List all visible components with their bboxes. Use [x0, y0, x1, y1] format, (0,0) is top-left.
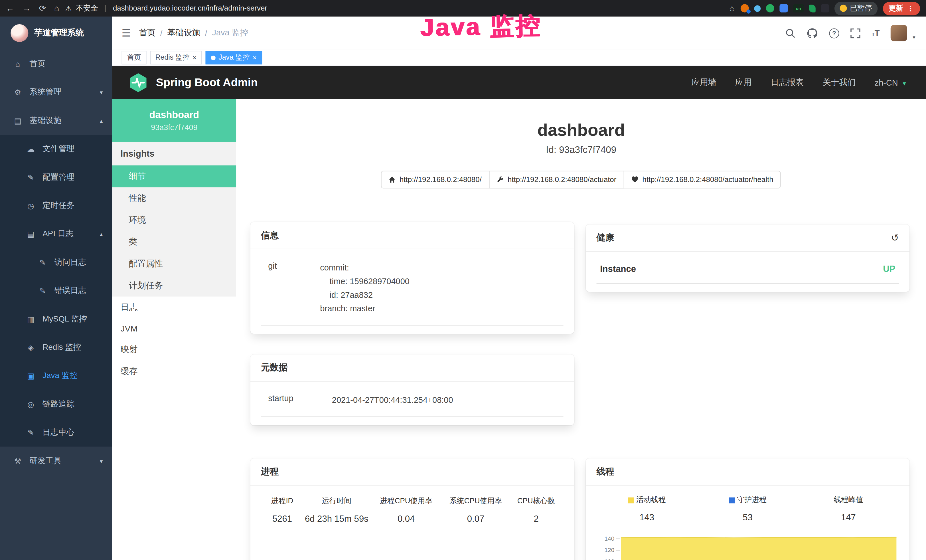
- hamburger-icon[interactable]: ☰: [112, 27, 139, 39]
- logo-avatar: [11, 24, 28, 42]
- app-logo[interactable]: 芋道管理系统: [0, 17, 112, 50]
- app-sidebar: 芋道管理系统 ⌂ 首页 ⚙ 系统管理 ▾ ▤ 基础设施 ▴ ☁ 文件管理 ✎ 配…: [0, 17, 112, 560]
- breadcrumb-home[interactable]: 首页: [139, 28, 156, 38]
- link-health-url[interactable]: http://192.168.0.2:48080/actuator/health: [623, 171, 781, 188]
- legend-swatch-yellow: [628, 497, 634, 503]
- process-col-pid: 进程ID 5261: [261, 496, 303, 523]
- url-text[interactable]: dashboard.yudao.iocoder.cn/infra/admin-s…: [113, 4, 267, 12]
- sidebar-item-redis[interactable]: ◈ Redis 监控: [0, 333, 112, 362]
- avatar-caret-icon[interactable]: ▾: [912, 34, 915, 40]
- sidebar-item-dev-tools[interactable]: ⚒ 研发工具 ▾: [0, 447, 112, 475]
- back-icon[interactable]: ←: [6, 3, 14, 13]
- cell-value: 5261: [261, 513, 303, 524]
- process-col-syscpu: 系统CPU使用率 0.07: [442, 496, 509, 523]
- legend-swatch-blue: [729, 497, 735, 503]
- extension-on-badge[interactable]: on: [793, 4, 803, 12]
- address-bar[interactable]: ⚠ 不安全 | dashboard.yudao.iocoder.cn/infra…: [65, 3, 267, 13]
- sidebar-item-java[interactable]: ▣ Java 监控: [0, 362, 112, 390]
- tab-home[interactable]: 首页: [122, 51, 147, 65]
- sidebar-item-config[interactable]: ✎ 配置管理: [0, 163, 112, 191]
- extension-icon-1[interactable]: [741, 4, 749, 12]
- sba-item-scheduled[interactable]: 计划任务: [112, 275, 236, 297]
- legend-value: 53: [697, 512, 798, 522]
- link-label: http://192.168.0.2:48080/: [399, 176, 482, 184]
- sba-item-jvm[interactable]: JVM: [112, 318, 236, 338]
- wrench-icon: [496, 176, 504, 183]
- sidebar-item-api-log[interactable]: ▤ API 日志 ▴: [0, 219, 112, 248]
- sidebar-item-label: 定时任务: [42, 200, 74, 211]
- bookmark-star-icon[interactable]: ☆: [729, 4, 735, 12]
- tab-redis[interactable]: Redis 监控 ×: [150, 51, 202, 65]
- sba-brand-label: Spring Boot Admin: [156, 76, 258, 89]
- instance-header[interactable]: dashboard 93a3fc7f7409: [112, 99, 236, 142]
- help-icon[interactable]: ?: [829, 28, 839, 38]
- close-icon[interactable]: ×: [192, 54, 197, 61]
- warning-icon: ⚠: [65, 4, 71, 12]
- threads-card: 线程 活动线程 143 守护进程 53 线程峰值 14: [586, 459, 909, 560]
- extension-icon-3[interactable]: [766, 4, 774, 12]
- link-label: http://192.168.0.2:48080/actuator: [508, 176, 616, 184]
- sidebar-item-infra[interactable]: ▤ 基础设施 ▴: [0, 106, 112, 135]
- y-tick: 120: [604, 546, 614, 553]
- sidebar-item-trace[interactable]: ◎ 链路追踪: [0, 390, 112, 418]
- fullscreen-icon[interactable]: [850, 28, 860, 38]
- link-actuator-url[interactable]: http://192.168.0.2:48080/actuator: [489, 171, 624, 188]
- sidebar-item-error-log[interactable]: ✎ 错误日志: [0, 277, 112, 305]
- sba-nav-applications[interactable]: 应用: [735, 77, 752, 88]
- sba-brand[interactable]: Spring Boot Admin: [112, 72, 257, 94]
- extensions-puzzle-icon[interactable]: [821, 4, 829, 12]
- breadcrumb-infra[interactable]: 基础设施: [167, 28, 200, 38]
- health-row-instance[interactable]: Instance UP: [597, 259, 899, 283]
- sba-item-mappings[interactable]: 映射: [112, 339, 236, 360]
- sba-item-configprops[interactable]: 配置属性: [112, 253, 236, 275]
- paused-badge[interactable]: 已暂停: [834, 2, 877, 15]
- sba-item-caches[interactable]: 缓存: [112, 360, 236, 382]
- reload-icon[interactable]: ⟳: [39, 3, 46, 13]
- chevron-down-icon: ▾: [903, 80, 906, 87]
- github-icon[interactable]: [807, 27, 818, 38]
- font-size-icon[interactable]: тT: [872, 28, 880, 38]
- extension-icon-2[interactable]: [754, 5, 761, 12]
- log-icon: ▤: [26, 230, 35, 239]
- update-button[interactable]: 更新 ⋮: [883, 2, 920, 15]
- extension-icon-4[interactable]: [779, 4, 788, 12]
- sba-item-classes[interactable]: 类: [112, 231, 236, 253]
- tab-java[interactable]: Java 监控 ×: [206, 51, 262, 65]
- breadcrumb-separator: /: [205, 28, 207, 38]
- sidebar-item-label: 日志中心: [42, 427, 74, 437]
- sba-item-logs[interactable]: 日志: [112, 297, 236, 319]
- close-icon[interactable]: ×: [253, 54, 257, 61]
- sba-item-details[interactable]: 细节: [112, 165, 236, 188]
- sidebar-item-access-log[interactable]: ✎ 访问日志: [0, 248, 112, 277]
- card-title: 进程: [261, 466, 278, 477]
- security-label[interactable]: 不安全: [76, 3, 98, 13]
- sba-main: dashboard Id: 93a3fc7f7409 http://192.16…: [236, 99, 926, 560]
- extension-icon-5[interactable]: [809, 5, 816, 12]
- gear-icon: ⚙: [13, 88, 23, 97]
- sba-nav-journal[interactable]: 日志报表: [770, 77, 803, 88]
- sidebar-item-file[interactable]: ☁ 文件管理: [0, 135, 112, 163]
- sidebar-item-mysql[interactable]: ▥ MySQL 监控: [0, 305, 112, 333]
- link-base-url[interactable]: http://192.168.0.2:48080/: [381, 171, 489, 188]
- sba-nav-wall[interactable]: 应用墙: [691, 77, 716, 88]
- sidebar-item-job[interactable]: ◷ 定时任务: [0, 191, 112, 219]
- home-icon[interactable]: ⌂: [54, 3, 59, 13]
- sba-item-performance[interactable]: 性能: [112, 187, 236, 209]
- sidebar-item-log-center[interactable]: ✎ 日志中心: [0, 418, 112, 446]
- process-card: 进程 进程ID 5261 运行时间 6d 23h 15m 59s 进程CPU使用…: [250, 459, 574, 560]
- sidebar-item-system[interactable]: ⚙ 系统管理 ▾: [0, 78, 112, 106]
- card-title: 线程: [597, 466, 614, 477]
- forward-icon[interactable]: →: [23, 3, 31, 13]
- sba-locale-select[interactable]: zh-CN ▾: [875, 78, 906, 87]
- history-icon[interactable]: ↺: [891, 232, 899, 243]
- user-avatar[interactable]: [891, 25, 908, 41]
- sidebar-item-home[interactable]: ⌂ 首页: [0, 50, 112, 78]
- sidebar-item-label: MySQL 监控: [42, 314, 87, 324]
- sidebar-item-label: Java 监控: [42, 370, 77, 381]
- sba-item-environment[interactable]: 环境: [112, 209, 236, 231]
- metadata-key: startup: [261, 394, 332, 407]
- sba-nav-about[interactable]: 关于我们: [823, 77, 856, 88]
- info-card: 信息 git commit: time: 1596289704000 id: 2…: [250, 222, 574, 334]
- search-icon[interactable]: [785, 28, 795, 38]
- browser-menu-icon[interactable]: ⋮: [907, 4, 914, 12]
